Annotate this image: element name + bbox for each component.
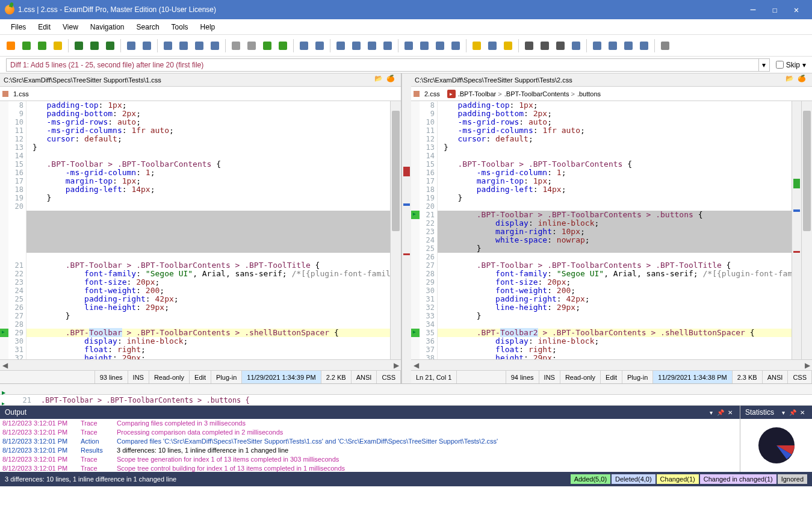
menubar: FilesEditViewNavigationSearchToolsHelp bbox=[0, 19, 812, 35]
view3-icon[interactable] bbox=[365, 39, 379, 53]
svg-rect-31 bbox=[541, 42, 549, 50]
list-icon[interactable] bbox=[590, 39, 604, 53]
center-diffmap[interactable] bbox=[401, 73, 411, 383]
menu-edit[interactable]: Edit bbox=[32, 20, 57, 34]
pane-split-icon[interactable] bbox=[312, 39, 327, 53]
left-editor[interactable]: 8910111213141516171819202122232425262728… bbox=[0, 101, 401, 359]
svg-rect-14 bbox=[247, 42, 256, 50]
folder-icon[interactable] bbox=[51, 39, 65, 53]
save-icon[interactable] bbox=[72, 39, 86, 53]
left-tab[interactable]: 1.css bbox=[8, 88, 34, 99]
settings-icon[interactable] bbox=[658, 39, 672, 53]
svg-rect-30 bbox=[525, 42, 533, 50]
orange-icon[interactable] bbox=[4, 39, 18, 53]
arrow-downleft-icon[interactable] bbox=[176, 39, 191, 53]
menu-help[interactable]: Help bbox=[194, 20, 222, 34]
find-prev-icon[interactable] bbox=[553, 39, 568, 53]
menu-navigation[interactable]: Navigation bbox=[84, 20, 131, 34]
gear-blue-icon[interactable] bbox=[621, 39, 636, 53]
titlebar: 1.css | 2.css - ExamDiff Pro, Master Edi… bbox=[0, 0, 812, 19]
view2-icon[interactable] bbox=[349, 39, 364, 53]
find-icon[interactable] bbox=[522, 39, 536, 53]
badge-deleted[interactable]: Deleted(4,0) bbox=[612, 474, 655, 484]
lines-icon[interactable] bbox=[606, 39, 620, 53]
right-pane: C:\Src\ExamDiff\Specs\TreeSitter Support… bbox=[411, 73, 812, 383]
arrow-upleft-icon[interactable] bbox=[161, 39, 175, 53]
panel-icon[interactable] bbox=[637, 39, 651, 53]
save-all-icon[interactable] bbox=[87, 39, 102, 53]
bottom-panels: Output ▾ 📌 ✕ 8/12/2023 3:12:01 PMTraceCo… bbox=[0, 406, 812, 472]
pin-icon[interactable]: 📌 bbox=[716, 409, 725, 416]
right-breadcrumb[interactable]: .BPT-Toolbar.BPT-ToolbarContents.buttons bbox=[458, 90, 601, 98]
close-button[interactable]: ✕ bbox=[786, 1, 807, 18]
left-vscroll[interactable] bbox=[390, 101, 401, 359]
diff-dropdown[interactable]: ▾ bbox=[759, 58, 770, 72]
up-icon[interactable] bbox=[470, 39, 484, 53]
menu-search[interactable]: Search bbox=[131, 20, 166, 34]
diff-panes: C:\Src\ExamDiff\Specs\TreeSitter Support… bbox=[0, 73, 812, 384]
right-editor[interactable]: 8910111213141516171819202122232425262728… bbox=[411, 101, 812, 359]
right-tab[interactable]: 2.css bbox=[420, 88, 445, 99]
right-hscroll[interactable]: ◀▶ bbox=[411, 359, 812, 370]
refresh-arrow-icon[interactable] bbox=[35, 39, 49, 53]
pin-icon[interactable]: 📌 bbox=[788, 409, 798, 416]
diff-navbar: Diff 1: Add 5 lines (21 - 25, second fil… bbox=[0, 57, 812, 73]
folder-icon[interactable]: 📂 bbox=[374, 75, 385, 85]
pane-single-icon[interactable] bbox=[297, 39, 311, 53]
svg-rect-3 bbox=[54, 42, 62, 50]
edit-left-icon[interactable] bbox=[124, 39, 138, 53]
aa-icon[interactable] bbox=[569, 39, 583, 53]
close-icon[interactable]: ✕ bbox=[725, 409, 735, 416]
view4-icon[interactable] bbox=[380, 39, 395, 53]
close-icon[interactable]: ✕ bbox=[798, 409, 807, 416]
scope-marker-icon[interactable]: ▸ bbox=[447, 90, 456, 98]
left-status: 93 lines INS Read-only Edit Plug-in 11/2… bbox=[0, 370, 401, 383]
skip-checkbox[interactable]: Skip ▾ bbox=[776, 61, 806, 69]
right-tabrow: 2.css ▸ .BPT-Toolbar.BPT-ToolbarContents… bbox=[411, 87, 812, 101]
dropdown-icon[interactable]: ▾ bbox=[706, 409, 716, 416]
left-hscroll[interactable]: ◀▶ bbox=[0, 359, 401, 370]
output-body[interactable]: 8/12/2023 3:12:01 PMTraceComparing files… bbox=[0, 419, 740, 472]
svg-rect-8 bbox=[143, 42, 151, 50]
menu-view[interactable]: View bbox=[57, 20, 84, 34]
right-diffmap[interactable] bbox=[792, 101, 801, 359]
right-icon[interactable] bbox=[260, 39, 274, 53]
stats-header: Statistics ▾ 📌 ✕ bbox=[740, 406, 812, 419]
filter3-icon[interactable] bbox=[433, 39, 447, 53]
refresh-icon[interactable]: 🍊 bbox=[798, 75, 808, 85]
right-vscroll[interactable] bbox=[801, 101, 812, 359]
filter2-icon[interactable] bbox=[417, 39, 432, 53]
badge-changed[interactable]: Changed(1) bbox=[657, 474, 699, 484]
dropdown-icon[interactable]: ▾ bbox=[778, 409, 788, 416]
print-icon[interactable] bbox=[192, 39, 206, 53]
filter-icon[interactable] bbox=[401, 39, 416, 53]
edit-right-icon[interactable] bbox=[140, 39, 154, 53]
maximize-button[interactable]: ☐ bbox=[764, 1, 786, 18]
breadcrumb-segment[interactable]: .BPT-ToolbarContents bbox=[504, 90, 575, 98]
find-next-icon[interactable] bbox=[538, 39, 552, 53]
breadcrumb-segment[interactable]: .BPT-Toolbar bbox=[458, 90, 502, 98]
menu-tools[interactable]: Tools bbox=[166, 20, 194, 34]
filter4-icon[interactable] bbox=[448, 39, 463, 53]
svg-rect-26 bbox=[451, 42, 460, 50]
menu-files[interactable]: Files bbox=[5, 20, 32, 34]
breadcrumb-segment[interactable]: .buttons bbox=[577, 90, 601, 98]
minimize-button[interactable]: ─ bbox=[742, 1, 764, 18]
svg-rect-1 bbox=[22, 42, 31, 50]
zoom-icon[interactable] bbox=[208, 39, 222, 53]
refresh-icon[interactable]: 🍊 bbox=[386, 75, 397, 85]
badge-changed-in-changed[interactable]: Changed in changed(1) bbox=[700, 474, 776, 484]
redo-icon[interactable] bbox=[244, 39, 259, 53]
view1-icon[interactable] bbox=[333, 39, 348, 53]
left-icon[interactable] bbox=[276, 39, 290, 53]
badge-added[interactable]: Added(5,0) bbox=[571, 474, 610, 484]
undo-icon[interactable] bbox=[229, 39, 243, 53]
save-disk-icon[interactable] bbox=[103, 39, 117, 53]
folder-icon[interactable]: 📂 bbox=[786, 75, 796, 85]
skip-check[interactable] bbox=[776, 61, 784, 69]
refresh-icon[interactable] bbox=[19, 39, 34, 53]
block-icon[interactable] bbox=[485, 39, 500, 53]
sync-strip[interactable] bbox=[0, 384, 812, 395]
badge-ignored[interactable]: Ignored bbox=[778, 474, 807, 484]
down-icon[interactable] bbox=[501, 39, 515, 53]
